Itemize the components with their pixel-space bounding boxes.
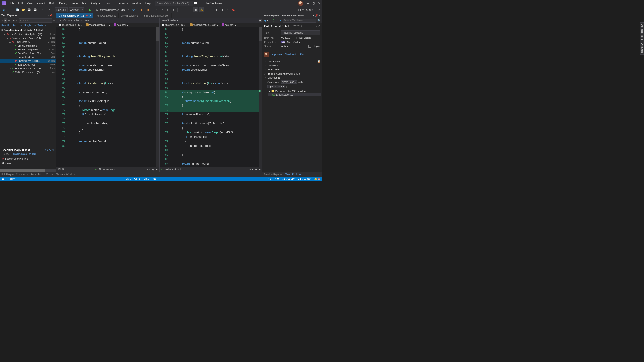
reviewer-avatar[interactable]	[264, 52, 269, 57]
test-tree-row[interactable]: ✔TearsOfJoyTest 10 ms	[0, 63, 56, 66]
menu-help[interactable]: Help	[144, 1, 153, 6]
next-issue-icon[interactable]: ▶	[156, 168, 158, 171]
save-icon[interactable]: 💾	[27, 7, 32, 12]
run-target-dropdown[interactable]: IIS Express (Microsoft Edge)	[94, 7, 130, 12]
playlist-link[interactable]: Playlist : All Tests	[24, 24, 43, 27]
nav-fwd-icon[interactable]: ▸	[7, 7, 12, 12]
section-reviewers[interactable]: ▷Reviewers	[264, 64, 321, 68]
menu-window[interactable]: Window	[130, 1, 143, 6]
step-icon[interactable]: ⇥	[154, 7, 158, 12]
section-changes-[interactable]: ▲Changes (1)	[264, 76, 321, 80]
test-search-input[interactable]	[19, 18, 52, 23]
urgent-checkbox[interactable]	[308, 45, 311, 48]
update-dropdown[interactable]: Update 1 of 1 ▾	[267, 85, 285, 88]
output-tab[interactable]: Output	[46, 173, 53, 176]
menu-edit[interactable]: Edit	[16, 1, 25, 6]
config-dropdown[interactable]: Debug	[55, 7, 68, 12]
menu-team[interactable]: Team	[69, 1, 79, 6]
run-link[interactable]: Run...	[12, 24, 19, 27]
test-tree-row[interactable]: ✔EmojiHeartsTest 1 ms	[0, 55, 56, 59]
browserlink-icon[interactable]: ◧	[140, 7, 144, 12]
maximize-icon[interactable]: ▢	[312, 2, 315, 5]
edit-icon[interactable]: ✎ 0	[274, 178, 278, 180]
right-code-editor[interactable]: 54 }555657 return numberFound;585960 ubl…	[160, 27, 262, 167]
columns-icon[interactable]: ≡	[12, 18, 15, 23]
close-panel-icon[interactable]: ✕	[53, 14, 55, 17]
test-tree-row[interactable]: ▲⊗UserSentimentAnal... (18)1 sec	[0, 36, 56, 40]
refresh-icon[interactable]: ⟳	[279, 19, 281, 22]
branch2-icon[interactable]: ⎇ VS2019	[298, 178, 310, 180]
work-items-search[interactable]	[282, 18, 316, 23]
checkout-link[interactable]: Check out...	[284, 53, 298, 56]
prev-issue-icon[interactable]: ◀	[152, 168, 154, 171]
output-tab[interactable]: Pull Request Comments	[1, 173, 28, 176]
connect-icon[interactable]: ⚲	[273, 19, 275, 22]
test-tree-row[interactable]: ✔EmojiFaceSearchTest 77 ms	[0, 51, 56, 55]
hierarchy-icon[interactable]: ☰	[4, 18, 7, 23]
section-build-code-analysis-results[interactable]: ▷Build & Code Analysis Results	[264, 72, 321, 76]
minimize-icon[interactable]: —	[306, 2, 309, 5]
pr-title-input[interactable]	[281, 30, 320, 35]
zoom-level[interactable]: 125 %	[58, 168, 64, 171]
pr-header-drop[interactable]: ▾	[316, 25, 317, 27]
menu-file[interactable]: File	[8, 1, 16, 6]
close-icon[interactable]: ✕	[318, 2, 320, 5]
upload-icon[interactable]: ↑ 0	[268, 178, 271, 180]
left-code-editor[interactable]: 54 }555657 return numberFound;585960 ubl…	[56, 27, 159, 167]
test-tree-row[interactable]: ▲⊗UserSentimentAnalysis... (18)1 sec	[0, 32, 56, 36]
bc-namespace[interactable]: WebApplication2.Contr ▾	[189, 23, 219, 26]
bookmark-icon[interactable]: 🔖	[231, 7, 236, 12]
source-link[interactable]: EmojiTests.cs line 101	[12, 153, 36, 155]
run-all-link[interactable]: Run All	[1, 24, 9, 27]
nav-ctl-icon[interactable]: ✎ ▾	[249, 168, 253, 171]
bc-namespace[interactable]: WebApplication2.C ▾	[84, 23, 111, 26]
user-avatar[interactable]	[298, 1, 303, 6]
test-tree-row[interactable]: ▷✔TwitterDataModel... (6)1 ms	[0, 70, 56, 74]
explorer-tab[interactable]: Team Explorer	[285, 173, 301, 176]
menu-analyze[interactable]: Analyze	[89, 1, 102, 6]
settings-icon[interactable]: 🏷	[16, 18, 18, 23]
step-out-icon[interactable]: ⤴	[171, 7, 176, 12]
nav-ctl-icon[interactable]: ✎ ▾	[146, 168, 150, 171]
pin-icon[interactable]: 📌	[85, 14, 88, 17]
menu-view[interactable]: View	[25, 1, 34, 6]
search-dropdown-icon[interactable]: ▾	[53, 18, 55, 23]
section-description[interactable]: ▷Description📋	[264, 59, 321, 64]
changed-folder[interactable]: ▲📁WebApplication2\Controllers	[268, 89, 321, 93]
merge-base-dropdown[interactable]: Merge Base ▾	[280, 80, 297, 84]
tool3-icon[interactable]: ⊟	[219, 7, 224, 12]
test-tree-row[interactable]: ✔EmojiClothingTest 1 ms	[0, 44, 56, 47]
add-pane-icon[interactable]: +	[258, 19, 262, 22]
bc-method[interactable]: hasEmoji ▾	[112, 23, 129, 26]
undo-icon[interactable]: ↶	[41, 7, 46, 12]
close-tab-icon[interactable]: ✕	[89, 14, 91, 17]
menu-tools[interactable]: Tools	[102, 1, 112, 6]
bc-file[interactable]: 📄Miscellaneous File ▾	[57, 23, 84, 26]
branch1-icon[interactable]: ⎇ VS2019	[282, 178, 295, 180]
section-work-items[interactable]: ▷Work Items	[264, 68, 321, 72]
next-issue-icon[interactable]: ▶	[259, 168, 261, 171]
dropdown-icon[interactable]: ▾	[313, 14, 314, 17]
browserlink2-icon[interactable]: ◨	[145, 7, 150, 12]
test-tree-row[interactable]: ▷✔HomeControllerTe... (6)1 sec	[0, 66, 56, 70]
platform-dropdown[interactable]: Any CPU	[68, 7, 84, 12]
notifications-icon[interactable]: 🔔2	[314, 178, 320, 180]
left-scrollbar[interactable]	[156, 27, 159, 167]
redo-icon[interactable]: ↷	[46, 7, 52, 12]
bc-file[interactable]: 📄Miscellaneous Files ▾	[160, 23, 188, 26]
back-icon[interactable]: ◀	[264, 19, 266, 22]
open-icon[interactable]: 📂	[21, 7, 26, 12]
menu-debug[interactable]: Debug	[57, 1, 69, 6]
pin-icon[interactable]: 📌	[315, 14, 318, 17]
save-all-icon[interactable]: 💾	[32, 7, 38, 12]
menu-extensions[interactable]: Extensions	[113, 1, 130, 6]
search-icon[interactable]: 🔍	[317, 19, 321, 22]
pin-icon[interactable]: 📌	[50, 14, 52, 17]
doc-tab[interactable]: HomeController.cs	[94, 13, 118, 18]
bc-method[interactable]: hasEmoji ▾	[220, 23, 237, 26]
next-icon[interactable]: →	[185, 7, 190, 12]
dropdown-icon[interactable]: ▾	[48, 14, 48, 17]
doc-tab[interactable]: Pull Request Discussion	[140, 13, 172, 18]
doc-tab[interactable]: EmojiSearch.cs	[118, 13, 140, 18]
test-tree-row[interactable]: ⊗SpecificEmojiNullT... 153 ms	[0, 59, 56, 63]
